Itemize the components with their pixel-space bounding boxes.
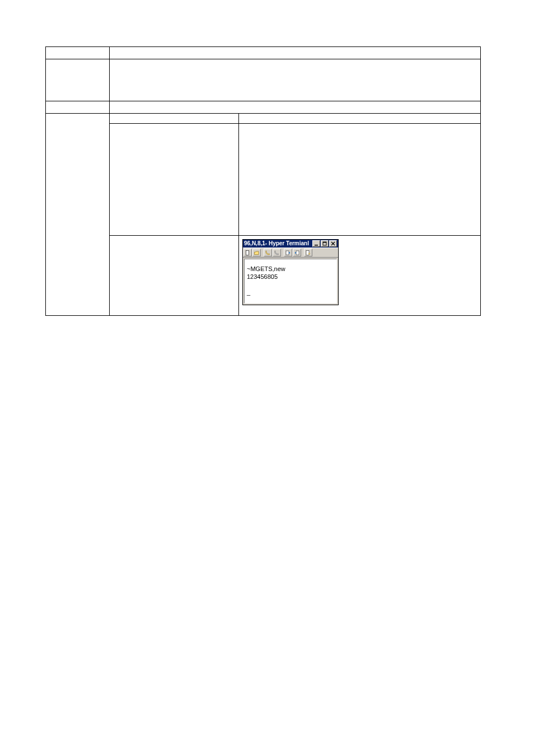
window-title: 96,N,8,1- Hyper Termianl [244,240,309,247]
toolbar-open-button[interactable] [252,249,261,256]
toolbar-properties-button[interactable] [304,249,312,256]
svg-rect-6 [286,251,289,255]
terminal-content[interactable]: ~MGETS,new 123456805 _ [244,259,337,304]
toolbar [243,248,338,258]
toolbar-disconnect-button[interactable] [273,249,281,256]
cell-r6c2 [110,236,239,316]
svg-rect-0 [315,245,318,246]
maximize-icon [322,241,327,246]
titlebar[interactable]: 96,N,8,1- Hyper Termianl [243,240,338,248]
svg-rect-7 [296,251,299,255]
phone-icon [265,250,270,255]
toolbar-new-button[interactable] [243,249,252,256]
cell-r1c1 [46,47,110,59]
window-controls [312,240,337,247]
properties-icon [306,250,311,255]
toolbar-receive-button[interactable] [293,249,301,256]
cell-r3c2 [110,101,481,114]
svg-rect-5 [246,250,249,255]
document-table: 96,N,8,1- Hyper Termianl [45,46,481,316]
cell-r6c3: 96,N,8,1- Hyper Termianl [239,236,481,316]
page-send-icon [285,250,291,255]
hyperterminal-window: 96,N,8,1- Hyper Termianl [242,239,339,305]
cell-r5c2 [110,124,239,236]
minimize-icon [314,241,318,246]
svg-point-9 [308,253,310,254]
cell-r3c1 [46,101,110,114]
close-button[interactable] [329,240,337,247]
terminal-line: ~MGETS,new [247,265,334,273]
toolbar-connect-button[interactable] [264,249,272,256]
toolbar-send-button[interactable] [284,249,292,256]
page-receive-icon [294,250,299,255]
page: 96,N,8,1- Hyper Termianl [0,0,534,756]
svg-rect-2 [323,242,326,243]
cell-r1c2 [110,47,481,59]
maximize-button[interactable] [321,240,329,247]
close-icon [331,241,335,246]
svg-rect-8 [306,250,309,255]
cell-left-tall [46,114,110,316]
phone-off-icon [274,250,279,255]
cell-r4c3 [239,114,481,124]
terminal-caret: _ [247,288,334,296]
minimize-button[interactable] [312,240,320,247]
cell-r4c2 [110,114,239,124]
cell-r2c2 [110,59,481,101]
toolbar-separator [261,249,263,256]
document-icon [245,250,250,255]
cell-r5c3 [239,124,481,236]
toolbar-separator [282,249,283,256]
cell-r2c1 [46,59,110,101]
toolbar-separator [302,249,303,256]
terminal-line: 123456805 [247,273,334,281]
folder-open-icon [254,250,259,255]
